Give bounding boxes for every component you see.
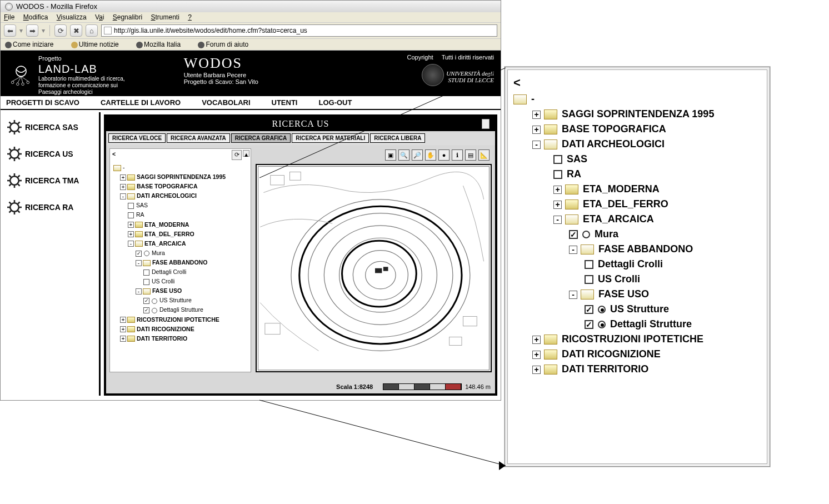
toggle-icon[interactable]: + [120, 326, 126, 332]
tab-ricerca-grafica[interactable]: RICERCA GRAFICA [231, 133, 291, 143]
bookmark-forum-aiuto[interactable]: Forum di aiuto [198, 41, 256, 48]
bookmark-ultime-notizie[interactable]: Ultime notizie [71, 41, 127, 48]
radio[interactable] [144, 251, 149, 256]
document-icon[interactable] [482, 119, 490, 129]
bookmark-mozilla-italia[interactable]: Mozilla Italia [136, 41, 188, 48]
tree-row[interactable]: -FASE ABBANDONO [513, 243, 762, 255]
sidebar-item-ricerca-us[interactable]: RICERCA US [7, 147, 97, 161]
checkbox[interactable] [553, 155, 562, 164]
browser-menubar[interactable]: File Modifica Visualizza Vai Segnalibri … [1, 12, 501, 22]
toggle-icon[interactable]: + [128, 231, 134, 237]
menu-segnalibri[interactable]: Segnalibri [113, 13, 142, 21]
checkbox[interactable] [585, 275, 593, 284]
tree-row[interactable]: +ETA_DEL_FERRO [513, 198, 762, 210]
stop-button[interactable]: ✖ [70, 24, 82, 37]
checkbox[interactable] [128, 212, 134, 218]
tree-row[interactable]: +RICOSTRUZIONI IPOTETICHE [113, 316, 249, 325]
toggle-icon[interactable]: - [553, 216, 562, 224]
zoom-back-button[interactable]: < [513, 76, 762, 90]
tree-row[interactable]: +DATI RICOGNIZIONE [513, 348, 762, 360]
checkbox[interactable]: ✓ [569, 230, 578, 239]
tree-row[interactable]: +BASE TOPOGRAFICA [513, 123, 762, 135]
tree-row[interactable]: -ETA_ARCAICA [513, 213, 762, 225]
tree-row[interactable]: Dettagli Crolli [513, 258, 762, 270]
home-button[interactable]: ⌂ [86, 24, 98, 37]
tree-row[interactable]: +DATI RICOGNIZIONE [113, 325, 249, 334]
radio[interactable] [598, 306, 606, 313]
tree-row[interactable]: -ETA_ARCAICA [113, 239, 249, 248]
sidebar-item-ricerca-tma[interactable]: RICERCA TMA [7, 173, 97, 188]
toggle-icon[interactable]: + [120, 317, 126, 323]
tree-row[interactable]: SAS [513, 153, 762, 165]
checkbox[interactable]: ✓ [143, 298, 149, 304]
toggle-icon[interactable]: + [553, 201, 562, 209]
map-tool-zoomout[interactable]: 🔎 [412, 149, 423, 161]
tree-row[interactable]: RA [113, 211, 249, 219]
tree-row[interactable]: US Crolli [113, 277, 249, 286]
toggle-icon[interactable]: - [128, 241, 134, 247]
checkbox[interactable] [143, 270, 149, 276]
checkbox[interactable]: ✓ [585, 305, 593, 314]
tree-row[interactable]: -DATI ARCHEOLOGICI [113, 192, 249, 201]
sidebar-item-ricerca-ra[interactable]: RICERCA RA [7, 200, 97, 214]
tree-row[interactable]: -DATI ARCHEOLOGICI [513, 138, 762, 150]
tree-row[interactable]: -FASE ABBANDONO [113, 258, 249, 267]
tree-row[interactable]: ✓US Strutture [513, 303, 762, 315]
menu-help[interactable]: ? [188, 13, 192, 21]
menu-visualizza[interactable]: Visualizza [57, 13, 87, 21]
toggle-icon[interactable]: - [569, 246, 577, 254]
menu-vai[interactable]: Vai [95, 13, 104, 21]
copyright-link[interactable]: Copyright [407, 54, 433, 61]
map-tool-measure[interactable]: 📐 [478, 149, 490, 161]
nav-cartelle[interactable]: CARTELLE DI LAVORO [101, 98, 181, 107]
toggle-icon[interactable]: + [532, 336, 541, 344]
tab-ricerca-libera[interactable]: RICERCA LIBERA [370, 133, 425, 143]
sidebar-item-ricerca-sas[interactable]: RICERCA SAS [7, 120, 97, 134]
tree-row[interactable]: ✓Dettagli Strutture [113, 306, 249, 315]
map-tool-identify[interactable]: ℹ [452, 149, 463, 161]
tree-row[interactable]: RA [513, 168, 762, 180]
back-button[interactable]: ⬅ [4, 24, 16, 37]
toggle-icon[interactable]: + [532, 111, 541, 119]
tree-row[interactable]: +DATI TERRITORIO [113, 335, 249, 343]
radio[interactable] [598, 321, 606, 328]
checkbox[interactable] [128, 203, 134, 209]
tree-row[interactable]: +BASE TOPOGRAFICA [113, 182, 249, 191]
toggle-icon[interactable]: + [120, 184, 126, 190]
reload-button[interactable]: ⟳ [54, 24, 67, 37]
checkbox[interactable]: ✓ [136, 251, 142, 257]
checkbox[interactable]: ✓ [143, 307, 149, 313]
zoom-layer-tree[interactable]: < - +SAGGI SOPRINTENDENZA 1995+BASE TOPO… [508, 70, 767, 383]
tree-back-button[interactable]: < [112, 150, 116, 159]
map-tool-zoomin[interactable]: 🔍 [398, 149, 409, 161]
toggle-icon[interactable]: + [120, 174, 126, 181]
tree-row[interactable]: ✓Dettagli Strutture [513, 318, 762, 330]
map-viewport[interactable] [256, 164, 492, 372]
toggle-icon[interactable]: - [532, 141, 541, 149]
tree-row[interactable]: +RICOSTRUZIONI IPOTETICHE [513, 333, 762, 345]
checkbox[interactable]: ✓ [585, 320, 593, 329]
toggle-icon[interactable]: - [120, 193, 126, 199]
checkbox[interactable] [585, 260, 593, 269]
menu-strumenti[interactable]: Strumenti [151, 13, 179, 21]
nav-logout[interactable]: LOG-OUT [318, 98, 352, 107]
toggle-icon[interactable]: + [532, 351, 541, 359]
tree-row[interactable]: ✓Mura [513, 228, 762, 240]
menu-modifica[interactable]: Modifica [23, 13, 48, 21]
menu-file[interactable]: File [4, 13, 14, 21]
tree-row[interactable]: SAS [113, 201, 249, 210]
tree-row[interactable]: Dettagli Crolli [113, 268, 249, 277]
map-tool-pan[interactable]: ✋ [425, 149, 436, 161]
nav-progetti[interactable]: PROGETTI DI SCAVO [6, 98, 79, 107]
toggle-icon[interactable]: - [569, 291, 577, 299]
tree-row[interactable]: -FASE USO [513, 288, 762, 300]
map-tool-table[interactable]: ▤ [465, 149, 476, 161]
tree-row[interactable]: +ETA_MODERNA [113, 221, 249, 229]
toggle-icon[interactable]: + [128, 222, 134, 228]
toggle-icon[interactable]: - [136, 288, 142, 295]
nav-vocabolari[interactable]: VOCABOLARI [202, 98, 250, 107]
forward-button[interactable]: ➡ [26, 24, 38, 37]
layer-tree[interactable]: -+SAGGI SOPRINTENDENZA 1995+BASE TOPOGRA… [113, 163, 249, 343]
tree-row[interactable]: ✓Mura [113, 249, 249, 258]
tree-row[interactable]: +ETA_DEL_FERRO [113, 230, 249, 239]
